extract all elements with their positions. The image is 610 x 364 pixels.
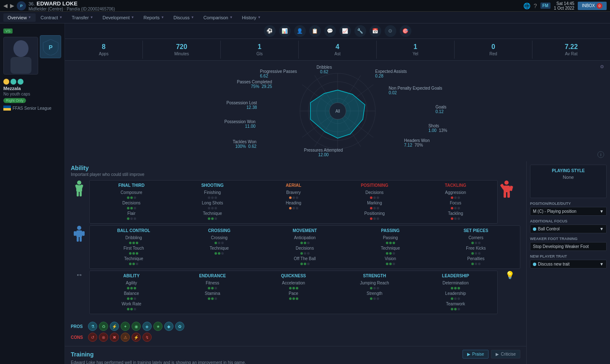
svg-rect-30	[74, 231, 76, 236]
nav-overview[interactable]: Overview ▼	[3, 13, 36, 22]
st-attr-2: Strength	[335, 290, 414, 297]
radar-label-npxg: Non Penalty Expected Goals 0.02	[389, 86, 442, 95]
ld-dots-3	[416, 308, 495, 310]
additional-focus-select[interactable]: Ball Control ▼	[530, 225, 607, 233]
position-role-group: POSITION/ROLE/DUTY M (C) - Playing posit…	[530, 201, 607, 216]
radar-settings-icon[interactable]: ⚙	[600, 64, 604, 70]
cons-icons: ↺ ⊗ ✖ ⚠ ⚡ ↯	[88, 333, 152, 342]
position-role-value: M (C) - Playing position	[533, 209, 576, 214]
ld-attr-2: Leadership	[416, 290, 495, 297]
nav-development[interactable]: Development ▼	[98, 13, 139, 22]
radar-info-icon[interactable]: i	[597, 151, 604, 158]
additional-focus-group: ADDITIONAL FOCUS Ball Control ▼	[530, 219, 607, 233]
svg-rect-26	[504, 192, 506, 198]
player-avatar	[3, 37, 38, 75]
sidebar-top: VS	[0, 27, 65, 35]
ability-right-container: Ability Important player who could still…	[65, 161, 610, 364]
position-role-label: POSITION/ROLE/DUTY	[530, 201, 607, 206]
player-icon-blue	[71, 225, 88, 242]
praise-label: Praise	[472, 352, 484, 356]
sp-dots-3	[434, 263, 517, 265]
stat-apps-value: 8	[67, 43, 141, 51]
cons-trait-1[interactable]: ↺	[88, 333, 97, 342]
pros-trait-4[interactable]: ✦	[121, 322, 130, 331]
radar-label-progressive: Progressive Passes 6.62	[260, 69, 297, 78]
quick-icon-2[interactable]: 📊	[279, 25, 291, 37]
ta-dots-3	[416, 217, 495, 220]
pros-cons-section: PROS ⚗ ♻ ⚡ ✦ ◉ ◈ ★ ◆ ✿	[65, 319, 526, 346]
pros-trait-7[interactable]: ★	[153, 322, 163, 331]
stat-rating-value: 7.22	[534, 43, 608, 51]
pros-trait-1[interactable]: ⚗	[88, 322, 97, 331]
weaker-foot-select[interactable]: Stop Developing Weaker Foot	[530, 242, 607, 251]
stat-minutes-label: Minutes	[145, 52, 219, 56]
ability-movement: MOVEMENT Anticipation Decisions	[263, 228, 346, 266]
additional-focus-value: Ball Control	[538, 227, 560, 231]
ability-title: Ability	[71, 165, 520, 171]
pros-trait-9[interactable]: ✿	[175, 322, 184, 331]
pros-trait-5[interactable]: ◉	[132, 322, 141, 331]
forward-button[interactable]: ▶	[10, 3, 14, 9]
ft-dots-2	[92, 207, 171, 209]
quick-icon-8[interactable]: 📅	[370, 25, 381, 37]
svg-rect-32	[77, 237, 79, 242]
nav-reports[interactable]: Reports ▼	[139, 13, 168, 22]
bc-attr-1: Dribbling	[92, 235, 175, 241]
cons-trait-5[interactable]: ⚡	[132, 333, 141, 342]
player-title-block: 36. EDWARD LOKE Midfielder (Centre) · Pa…	[28, 0, 115, 11]
playing-style-box: PLAYING STYLE None	[530, 165, 607, 198]
quick-icon-4[interactable]: 📋	[309, 25, 321, 37]
nav-transfer[interactable]: Transfer ▼	[67, 13, 97, 22]
en-dots-2	[173, 297, 251, 300]
globe-icon[interactable]: 🌐	[523, 3, 530, 9]
quick-icon-1[interactable]: ⚽	[264, 25, 276, 37]
ab-attr-2: Balance	[92, 290, 171, 297]
praise-button[interactable]: ▶ Praise	[463, 350, 489, 359]
mood-teal-2	[18, 79, 23, 85]
bc-attr-3: Technique	[92, 256, 175, 262]
overview-arrow: ▼	[28, 15, 31, 19]
pros-trait-8[interactable]: ◆	[164, 322, 173, 331]
content-area: ⚽ 📊 👤 📋 💬 📈 🔧 📅 ⚙ 🎯 8 Apps 720 Minutes 1	[65, 23, 610, 364]
svg-rect-21	[80, 191, 82, 196]
ae-attr-2: Heading	[254, 200, 333, 206]
criticise-button[interactable]: ▶ Criticise	[491, 350, 520, 359]
nav-discuss[interactable]: Discuss ▼	[169, 13, 198, 22]
back-button[interactable]: ◀	[3, 3, 8, 9]
quick-icon-5[interactable]: 💬	[324, 25, 336, 37]
quick-icon-10[interactable]: 🎯	[400, 25, 411, 37]
cons-trait-3[interactable]: ✖	[110, 333, 119, 342]
cons-trait-4[interactable]: ⚠	[121, 333, 130, 342]
new-trait-select[interactable]: Discuss new trait ▼	[530, 260, 607, 268]
st-dots-2	[335, 297, 414, 300]
cons-trait-6[interactable]: ↯	[142, 333, 152, 342]
position-role-select[interactable]: M (C) - Playing position ▼	[530, 207, 607, 216]
cons-trait-2[interactable]: ⊗	[99, 333, 108, 342]
nav-contract[interactable]: Contract ▼	[36, 13, 67, 22]
mv-attr-2: Decisions	[263, 245, 346, 251]
quick-icon-3[interactable]: 👤	[294, 25, 306, 37]
nav-history[interactable]: History ▼	[238, 13, 265, 22]
comparison-arrow: ▼	[230, 15, 233, 19]
en-dots-1	[173, 287, 251, 289]
svg-rect-33	[80, 237, 82, 242]
top-bar: ◀ ▶ P 36. EDWARD LOKE Midfielder (Centre…	[0, 0, 610, 12]
ab-attr-1: Agility	[92, 280, 171, 286]
pa-dots-1	[349, 242, 432, 244]
foot-preference[interactable]: Right Only	[3, 98, 26, 103]
new-trait-group: NEW PLAYER TRAIT Discuss new trait ▼	[530, 254, 607, 268]
inbox-button[interactable]: INBOX 0	[578, 2, 607, 10]
nav-comparison[interactable]: Comparison ▼	[199, 13, 237, 22]
quick-icon-6[interactable]: 📈	[339, 25, 351, 37]
ab-dots-1	[92, 287, 171, 289]
ability-cards-row2: BALL CONTROL Dribbling First Touch	[92, 228, 517, 266]
help-icon[interactable]: ?	[534, 3, 537, 9]
quick-icon-7[interactable]: 🔧	[354, 25, 366, 37]
pa-attr-3: Vision	[349, 256, 432, 262]
quick-icon-9[interactable]: ⚙	[385, 25, 396, 37]
stat-assists: 4 Ast	[299, 41, 377, 59]
pros-trait-3[interactable]: ⚡	[110, 322, 119, 331]
pros-trait-2[interactable]: ♻	[99, 322, 108, 331]
pros-trait-6[interactable]: ◈	[142, 322, 152, 331]
svg-rect-29	[76, 230, 82, 237]
